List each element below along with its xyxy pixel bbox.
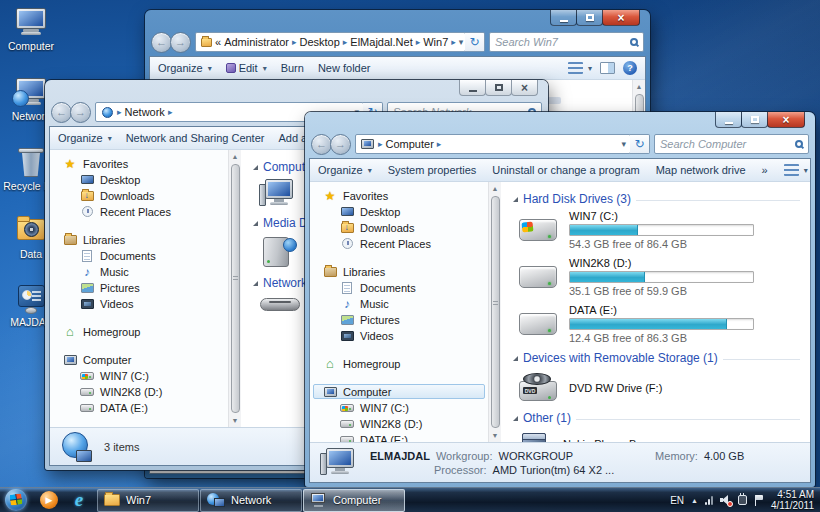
back-button[interactable]: ←: [311, 134, 332, 155]
sidebar-item-downloads[interactable]: Downloads: [313, 220, 485, 235]
internet-explorer-taskbar-icon[interactable]: e: [67, 488, 91, 512]
forward-button[interactable]: →: [330, 134, 351, 155]
sidebar-item-win2k8-d[interactable]: WIN2K8 (D:): [313, 416, 485, 431]
forward-button[interactable]: →: [70, 102, 91, 123]
sidebar-item-desktop[interactable]: Desktop: [313, 204, 485, 219]
maximize-button[interactable]: [741, 112, 768, 128]
group-header-removable-storage[interactable]: Devices with Removable Storage (1): [523, 351, 718, 365]
minimize-button[interactable]: [459, 80, 486, 96]
hidden-icons-chevron[interactable]: ▲: [691, 497, 698, 504]
sidebar-item-documents[interactable]: Documents: [53, 248, 225, 263]
collapse-triangle-icon[interactable]: [513, 356, 518, 361]
sidebar-item-data-e[interactable]: DATA (E:): [53, 400, 225, 415]
sidebar-item-computer[interactable]: Computer: [53, 352, 225, 367]
sidebar-item-music[interactable]: ♪Music: [313, 296, 485, 311]
collapse-triangle-icon[interactable]: [253, 281, 258, 286]
sidebar-item-data-e[interactable]: DATA (E:): [313, 432, 485, 442]
sidebar-item-pictures[interactable]: Pictures: [313, 312, 485, 327]
network-sharing-center-button[interactable]: Network and Sharing Center: [126, 132, 265, 144]
drive-item-win7-c[interactable]: WIN7 (C:) 54.3 GB free of 86.4 GB: [517, 210, 800, 250]
minimize-button[interactable]: [715, 112, 742, 128]
close-button[interactable]: ×: [767, 112, 805, 128]
uninstall-program-button[interactable]: Uninstall or change a program: [492, 164, 639, 176]
taskbar-button-win7[interactable]: Win7: [97, 489, 199, 512]
search-box[interactable]: [489, 32, 644, 52]
new-folder-button[interactable]: New folder: [318, 62, 371, 74]
search-input[interactable]: [660, 138, 795, 150]
sidebar-item-downloads[interactable]: Downloads: [53, 188, 225, 203]
scrollbar-thumb[interactable]: [231, 164, 240, 413]
media-player-taskbar-icon[interactable]: ▶: [37, 488, 61, 512]
breadcrumb-computer[interactable]: Computer: [386, 138, 434, 150]
sidebar-item-documents[interactable]: Documents: [313, 280, 485, 295]
clock[interactable]: 4:51 AM 4/11/2011: [771, 489, 814, 511]
breadcrumb-overflow[interactable]: «: [215, 36, 221, 48]
sidebar-item-computer[interactable]: Computer: [313, 384, 485, 399]
sidebar-item-music[interactable]: ♪Music: [53, 264, 225, 279]
language-indicator[interactable]: EN: [670, 495, 684, 506]
address-bar[interactable]: « Administrator▸ Desktop▸ ElMajdal.Net▸ …: [195, 32, 466, 52]
sidebar-item-pictures[interactable]: Pictures: [53, 280, 225, 295]
sidebar-item-videos[interactable]: Videos: [313, 328, 485, 343]
burn-button[interactable]: Burn: [281, 62, 304, 74]
scroll-down-icon[interactable]: ▼: [232, 414, 239, 427]
network-tray-icon[interactable]: [705, 496, 713, 505]
scroll-up-icon[interactable]: ▲: [232, 150, 239, 163]
scroll-up-icon[interactable]: ▲: [492, 182, 499, 195]
toolbar-overflow-button[interactable]: »: [762, 164, 768, 176]
collapse-triangle-icon[interactable]: [253, 221, 258, 226]
collapse-triangle-icon[interactable]: [513, 416, 518, 421]
sidebar-item-homegroup[interactable]: ⌂Homegroup: [313, 356, 485, 371]
system-properties-button[interactable]: System properties: [388, 164, 477, 176]
power-icon[interactable]: [738, 495, 747, 505]
scrollbar-thumb[interactable]: [491, 196, 500, 428]
taskbar-button-computer[interactable]: Computer: [303, 489, 405, 512]
address-bar[interactable]: ▸ Computer ▸ ▾: [355, 134, 631, 154]
help-icon[interactable]: ?: [623, 61, 637, 75]
sidebar-item-desktop[interactable]: Desktop: [53, 172, 225, 187]
nokia-phone-browser-item[interactable]: Nokia Phone Browser System Folder: [517, 431, 800, 442]
forward-button[interactable]: →: [170, 32, 191, 53]
breadcrumb-desktop[interactable]: Desktop: [299, 36, 339, 48]
sidebar-item-win2k8-d[interactable]: WIN2K8 (D:): [53, 384, 225, 399]
minimize-button[interactable]: [550, 10, 577, 26]
sidebar-item-homegroup[interactable]: ⌂Homegroup: [53, 324, 225, 339]
network-window-titlebar[interactable]: ×: [49, 80, 544, 101]
organize-menu[interactable]: Organize: [158, 62, 212, 74]
refresh-button[interactable]: ↻: [465, 32, 485, 52]
maximize-button[interactable]: [576, 10, 603, 26]
drive-item-data-e[interactable]: DATA (E:) 12.4 GB free of 86.3 GB: [517, 304, 800, 344]
computer-window-titlebar[interactable]: ×: [309, 112, 811, 133]
change-view-button[interactable]: [568, 62, 592, 74]
sidebar-item-win7-c[interactable]: WIN7 (C:): [53, 368, 225, 383]
organize-menu[interactable]: Organize: [318, 164, 372, 176]
map-network-drive-button[interactable]: Map network drive: [656, 164, 746, 176]
desktop-icon-computer[interactable]: Computer: [2, 8, 60, 52]
breadcrumb-elmajdal-net[interactable]: ElMajdal.Net: [350, 36, 412, 48]
close-button[interactable]: ×: [511, 80, 538, 96]
group-header-other[interactable]: Other (1): [523, 411, 571, 425]
sidebar-item-videos[interactable]: Videos: [53, 296, 225, 311]
sidebar-item-favorites[interactable]: ★Favorites: [53, 156, 225, 171]
dvd-drive-item[interactable]: DVD DVD RW Drive (F:): [517, 371, 800, 405]
edit-menu[interactable]: Edit: [226, 62, 267, 74]
search-box[interactable]: [654, 134, 809, 154]
group-header-hard-disk-drives[interactable]: Hard Disk Drives (3): [523, 192, 631, 206]
address-dropdown-icon[interactable]: ▾: [621, 139, 626, 149]
preview-pane-icon[interactable]: [600, 62, 615, 74]
back-button[interactable]: ←: [151, 32, 172, 53]
action-center-flag-icon[interactable]: [754, 495, 764, 506]
taskbar-button-network[interactable]: Network: [200, 489, 302, 512]
sidebar-item-recent-places[interactable]: Recent Places: [53, 204, 225, 219]
change-view-button[interactable]: [784, 164, 808, 176]
scrollbar[interactable]: ▲ ▼: [488, 182, 501, 442]
breadcrumb-network[interactable]: Network: [125, 106, 165, 118]
organize-menu[interactable]: Organize: [58, 132, 112, 144]
sidebar-item-recent-places[interactable]: Recent Places: [313, 236, 485, 251]
scroll-down-icon[interactable]: ▼: [492, 429, 499, 442]
collapse-triangle-icon[interactable]: [513, 197, 518, 202]
scrollbar[interactable]: ▲ ▼: [228, 150, 241, 427]
sidebar-item-favorites[interactable]: ★Favorites: [313, 188, 485, 203]
drive-item-win2k8-d[interactable]: WIN2K8 (D:) 35.1 GB free of 59.9 GB: [517, 257, 800, 297]
breadcrumb-win7[interactable]: Win7: [423, 36, 448, 48]
